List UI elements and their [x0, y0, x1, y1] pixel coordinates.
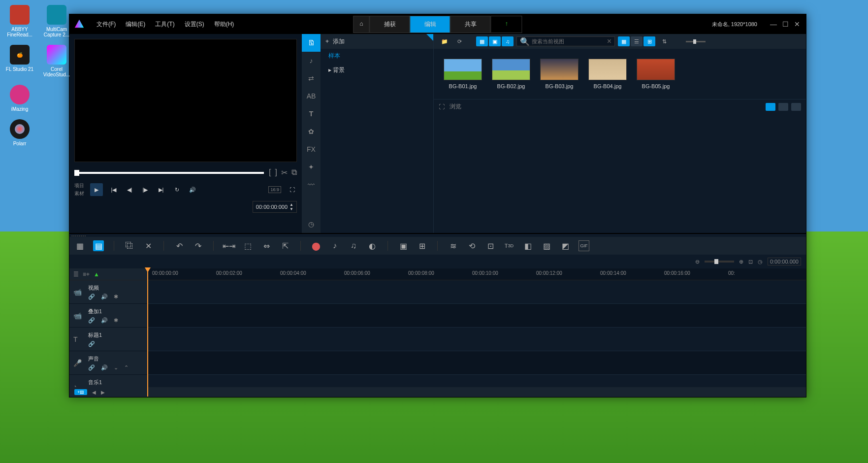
tab-share[interactable]: 共享 — [450, 16, 491, 33]
zoom-out-button[interactable]: ⊖ — [695, 259, 700, 265]
step-fwd-button[interactable]: |▶ — [140, 185, 150, 195]
audio-mixer-button[interactable]: ♪ — [329, 240, 340, 251]
storyboard-view-button[interactable]: ▦ — [74, 240, 85, 251]
color-button[interactable]: ◩ — [560, 240, 571, 251]
thumb-item[interactable]: BG-B05.jpg — [637, 59, 675, 89]
menu-file[interactable]: 文件(F) — [96, 20, 116, 29]
menu-tools[interactable]: 工具(T) — [155, 20, 174, 29]
timeline-view-button[interactable]: ▤ — [93, 240, 104, 251]
filter-audio-button[interactable]: ♫ — [502, 36, 514, 46]
close-button[interactable]: ✕ — [793, 20, 801, 28]
desktop-icon-flstudio[interactable]: 🍊FL Studio 21 — [5, 45, 34, 77]
go-start-button[interactable]: |◀ — [109, 185, 119, 195]
filter-photo-button[interactable]: ▣ — [489, 36, 501, 46]
view-list-button[interactable]: ☰ — [631, 36, 643, 46]
add-track-button[interactable]: +▤ — [74, 389, 87, 395]
mark-in-icon[interactable]: [ — [269, 168, 271, 177]
footer-btn-3[interactable] — [791, 103, 801, 111]
expand-icon[interactable]: ⛶ — [439, 103, 445, 110]
lib-tab-text[interactable]: T — [302, 105, 321, 123]
mute-icon[interactable]: 🔊 — [101, 364, 108, 371]
lib-tab-overlay[interactable]: ✿ — [302, 123, 321, 140]
track-header-title[interactable]: T 标题1🔗 — [69, 328, 147, 351]
export-clip-button[interactable]: ⇱ — [280, 240, 290, 251]
desktop-icon-imazing[interactable]: iMazing — [5, 85, 34, 112]
link-icon[interactable]: 🔗 — [88, 341, 95, 347]
timeline-ruler[interactable]: 00:00:00:00 00:00:02:00 00:00:04:00 00:0… — [147, 268, 806, 280]
footer-btn-2[interactable] — [778, 103, 788, 111]
mask-button[interactable]: ◧ — [522, 240, 533, 251]
multi-trim-button[interactable]: ⊞ — [417, 240, 427, 251]
mark-out-icon[interactable]: ] — [275, 168, 277, 177]
mute-icon[interactable]: 🔊 — [101, 317, 108, 324]
track-header-overlay[interactable]: 📹 叠加1🔗🔊✱ — [69, 304, 147, 328]
scroll-left-button[interactable]: ◀ — [92, 390, 96, 395]
menu-edit[interactable]: 编辑(E) — [126, 20, 145, 29]
lib-tab-title[interactable]: AB — [302, 87, 321, 105]
minimize-button[interactable]: — — [770, 20, 777, 28]
tab-capture[interactable]: 捕获 — [370, 16, 410, 33]
lib-tab-audio[interactable]: ♪ — [302, 52, 321, 69]
view-grid-button[interactable]: ⊞ — [643, 36, 655, 46]
add-track-menu-button[interactable]: ≡+ — [83, 271, 90, 278]
speed-button[interactable]: ≋ — [448, 240, 458, 251]
desktop-icon-multicam[interactable]: MultiCam Capture 2... — [42, 5, 71, 37]
desktop-icon-polarr[interactable]: Polarr — [5, 119, 34, 146]
track-lane[interactable] — [147, 375, 806, 387]
menu-settings[interactable]: 设置(S) — [185, 20, 204, 29]
lib-tab-fx[interactable]: FX — [302, 140, 321, 158]
desktop-icon-abbyy[interactable]: ABBYY FineRead... — [5, 5, 34, 37]
record-button[interactable]: ⬤ — [311, 240, 321, 251]
tab-edit[interactable]: 编辑 — [410, 16, 450, 33]
tree-item-background[interactable]: ▸ 背景 — [321, 63, 433, 77]
pan-zoom-button[interactable]: ⊡ — [485, 240, 496, 251]
menu-help[interactable]: 帮助(H) — [214, 20, 234, 29]
lock-icon[interactable]: ✱ — [114, 317, 118, 324]
track-lane[interactable] — [147, 328, 806, 351]
expand-icon[interactable]: ⌄ — [114, 364, 118, 371]
footer-btn-1[interactable] — [766, 103, 775, 111]
tracks-content[interactable] — [147, 280, 806, 387]
marker-toggle-button[interactable]: ▲ — [94, 271, 99, 278]
split-h-button[interactable]: ⇔ — [261, 240, 272, 251]
folder-icon[interactable]: 📁 — [439, 36, 450, 46]
auto-music-button[interactable]: ♫ — [348, 240, 359, 251]
track-menu-button[interactable]: ☰ — [73, 271, 79, 278]
crop-button[interactable]: ⬚ — [242, 240, 253, 251]
maximize-button[interactable]: ☐ — [781, 20, 789, 28]
track-header-music[interactable]: ♪ 音乐1🔗🔊⌄⌃ — [69, 375, 147, 387]
fullscreen-button[interactable]: ⛶ — [287, 185, 297, 195]
fit-project-button[interactable]: ⊡ — [748, 259, 753, 265]
track-lane[interactable] — [147, 351, 806, 375]
scroll-right-button[interactable]: ▶ — [101, 390, 105, 395]
label-source[interactable]: 素材 — [74, 190, 84, 197]
gif-button[interactable]: GIF — [579, 240, 589, 251]
lock-icon[interactable]: ✱ — [114, 294, 118, 300]
label-project[interactable]: 项目 — [74, 182, 84, 189]
thumb-item[interactable]: BG-B04.jpg — [588, 59, 627, 89]
view-thumb-button[interactable]: ▦ — [618, 36, 630, 46]
link-icon[interactable]: 🔗 — [88, 364, 95, 371]
playhead[interactable] — [147, 268, 148, 397]
volume-button[interactable]: 🔊 — [188, 185, 197, 195]
thumb-size-slider[interactable] — [686, 41, 706, 42]
zoom-in-button[interactable]: ⊕ — [739, 259, 743, 265]
fit-button[interactable]: ⇤⇥ — [224, 240, 234, 251]
desktop-icon-corel[interactable]: Corel VideoStud... — [42, 45, 71, 77]
lib-tab-transition[interactable]: ⇄ — [302, 69, 321, 87]
sort-button[interactable]: ⇅ — [658, 36, 670, 46]
timecode-display[interactable]: 00:00:00:000▲▼ — [253, 201, 297, 213]
clear-search-icon[interactable]: × — [607, 37, 611, 46]
split-icon[interactable]: ✂ — [281, 168, 288, 177]
track-header-voice[interactable]: 🎤 声音🔗🔊⌄⌃ — [69, 351, 147, 375]
lib-tab-media[interactable]: 🖻 — [302, 34, 321, 52]
preview-video[interactable] — [74, 39, 297, 162]
mute-icon[interactable]: 🔊 — [101, 294, 108, 300]
link-icon[interactable]: 🔗 — [88, 294, 95, 300]
undo-button[interactable]: ↶ — [174, 240, 185, 251]
step-back-button[interactable]: ◀| — [125, 185, 134, 195]
track-lane[interactable] — [147, 304, 806, 328]
scrub-slider[interactable] — [74, 172, 264, 174]
reverse-button[interactable]: ⟲ — [466, 240, 477, 251]
lib-tab-filter[interactable]: ✦ — [302, 158, 321, 176]
